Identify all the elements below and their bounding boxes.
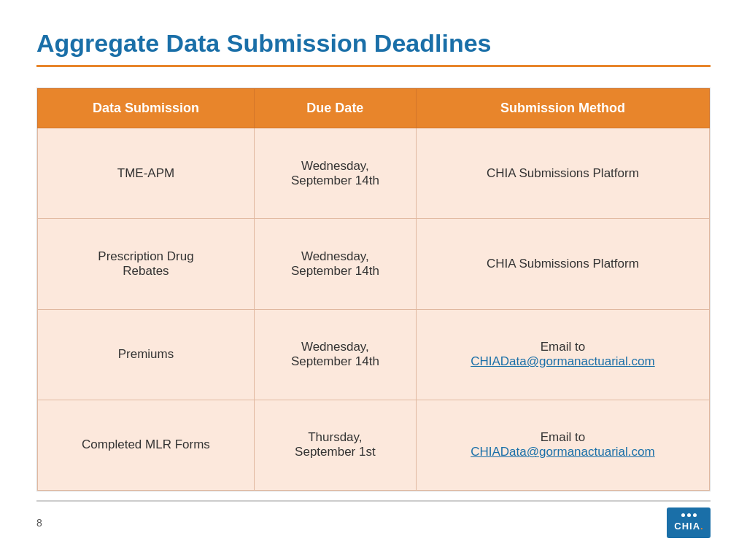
- cell-due-date: Wednesday, September 14th: [254, 309, 416, 400]
- col-header-data-submission: Data Submission: [38, 89, 255, 128]
- slide-title: Aggregate Data Submission Deadlines: [36, 29, 711, 58]
- email-link[interactable]: CHIAData@gormanactuarial.com: [471, 445, 655, 459]
- chia-logo: CHIA.: [667, 508, 711, 538]
- cell-due-date: Wednesday, September 14th: [254, 128, 416, 219]
- cell-submission-method: CHIA Submissions Platform: [416, 128, 709, 219]
- chia-dot-3: [693, 513, 697, 517]
- cell-data-submission: TME-APM: [38, 128, 255, 219]
- title-divider: [36, 65, 711, 67]
- table-wrapper: Data Submission Due Date Submission Meth…: [36, 88, 711, 491]
- col-header-due-date: Due Date: [254, 89, 416, 128]
- table-row: Prescription Drug RebatesWednesday, Sept…: [38, 219, 710, 309]
- submission-deadlines-table: Data Submission Due Date Submission Meth…: [37, 88, 710, 491]
- page-number: 8: [36, 517, 42, 529]
- footer-section: 8 CHIA.: [36, 500, 711, 538]
- title-section: Aggregate Data Submission Deadlines: [36, 29, 711, 82]
- chia-dot-2: [687, 513, 691, 517]
- chia-dot-1: [681, 513, 685, 517]
- chia-logo-dots: [681, 513, 697, 517]
- chia-period: .: [700, 521, 703, 532]
- cell-due-date: Thursday, September 1st: [254, 400, 416, 490]
- table-header-row: Data Submission Due Date Submission Meth…: [38, 89, 710, 128]
- submission-method-text: Email to: [431, 430, 694, 445]
- cell-submission-method: Email toCHIAData@gormanactuarial.com: [416, 400, 709, 490]
- chia-logo-text: CHIA.: [674, 519, 703, 532]
- slide-container: Aggregate Data Submission Deadlines Data…: [0, 0, 747, 560]
- table-row: PremiumsWednesday, September 14thEmail t…: [38, 309, 710, 400]
- chia-acronym: CHIA: [674, 521, 700, 532]
- col-header-submission-method: Submission Method: [416, 89, 709, 128]
- table-row: Completed MLR FormsThursday, September 1…: [38, 400, 710, 490]
- cell-data-submission: Prescription Drug Rebates: [38, 219, 255, 309]
- email-link[interactable]: CHIAData@gormanactuarial.com: [471, 354, 655, 368]
- cell-submission-method: CHIA Submissions Platform: [416, 219, 709, 309]
- cell-data-submission: Premiums: [38, 309, 255, 400]
- cell-data-submission: Completed MLR Forms: [38, 400, 255, 490]
- table-row: TME-APMWednesday, September 14thCHIA Sub…: [38, 128, 710, 219]
- cell-submission-method: Email toCHIAData@gormanactuarial.com: [416, 309, 709, 400]
- cell-due-date: Wednesday, September 14th: [254, 219, 416, 309]
- submission-method-text: Email to: [431, 340, 694, 354]
